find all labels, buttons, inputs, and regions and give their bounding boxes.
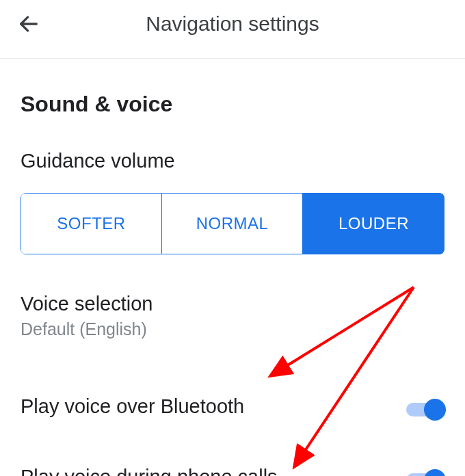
- settings-content: Sound & voice Guidance volume SOFTER NOR…: [0, 92, 465, 476]
- voice-selection-row[interactable]: Voice selection Default (English): [21, 293, 444, 339]
- toggle-thumb: [424, 399, 446, 421]
- bluetooth-row: Play voice over Bluetooth: [21, 395, 444, 418]
- bluetooth-label: Play voice over Bluetooth: [21, 395, 244, 418]
- volume-softer-button[interactable]: SOFTER: [21, 193, 162, 254]
- guidance-volume-label: Guidance volume: [21, 150, 444, 172]
- voice-selection-label: Voice selection: [21, 293, 444, 315]
- toggle-thumb: [424, 469, 446, 477]
- volume-louder-button[interactable]: LOUDER: [303, 193, 444, 254]
- volume-normal-button[interactable]: NORMAL: [162, 193, 303, 254]
- phone-calls-toggle[interactable]: [406, 469, 444, 477]
- header-divider: [0, 58, 465, 59]
- voice-selection-value: Default (English): [21, 319, 444, 339]
- phone-calls-row: Play voice during phone calls: [21, 466, 444, 476]
- bluetooth-toggle[interactable]: [406, 399, 444, 415]
- guidance-volume-segmented: SOFTER NORMAL LOUDER: [21, 193, 444, 254]
- app-header: Navigation settings: [0, 0, 465, 48]
- page-title: Navigation settings: [16, 12, 449, 36]
- phone-calls-label: Play voice during phone calls: [21, 466, 278, 476]
- sound-voice-section-title: Sound & voice: [21, 92, 444, 117]
